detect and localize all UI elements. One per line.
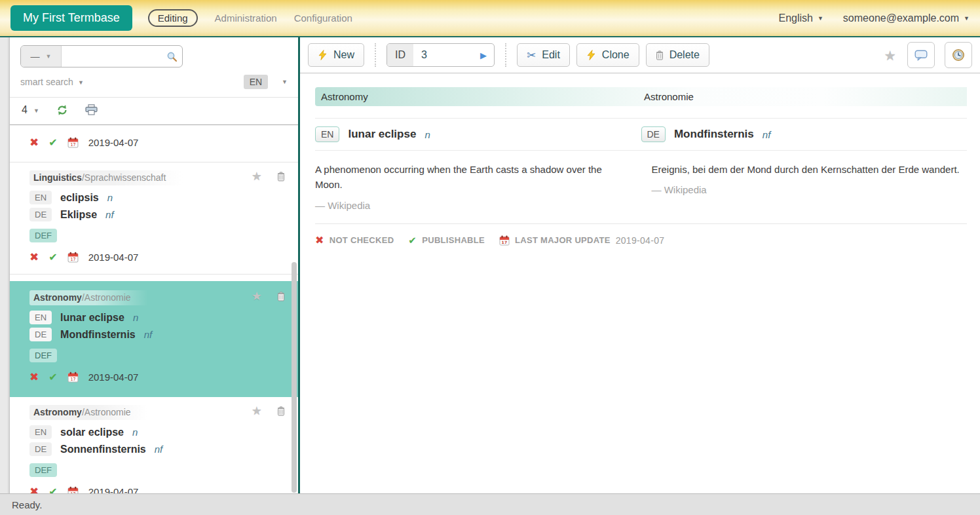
subject-secondary: /Sprachwissenschaft [82, 172, 166, 183]
lightning-icon [586, 50, 596, 60]
tab-editing[interactable]: Editing [148, 9, 198, 27]
term-text: solar eclipse [60, 427, 124, 438]
main-nav: Editing Administration Configuration [148, 9, 352, 27]
subject-primary: Astronomy [33, 292, 82, 303]
last-update-label: LAST MAJOR UPDATE [515, 235, 611, 245]
language-label: English [778, 12, 812, 24]
favorite-star-icon[interactable]: ★ [252, 405, 262, 417]
list-item-selected[interactable]: Astronomy/Astronomie ★ [10, 281, 298, 397]
go-to-id-icon[interactable]: ▶ [480, 50, 494, 60]
definition-source: — Wikipedia [652, 184, 968, 195]
new-button[interactable]: New [308, 43, 364, 67]
entry-status-line: ✖ ✔ 17 2019-04-07 [29, 137, 289, 148]
delete-button[interactable]: Delete [646, 43, 709, 67]
subject-secondary: /Astronomie [82, 407, 131, 417]
favorite-star-icon[interactable]: ★ [252, 170, 262, 182]
search-filter-dropdown[interactable]: — ▼ [21, 46, 62, 67]
status-bar: Ready. [0, 493, 980, 515]
user-menu[interactable]: someone@example.com▼ [843, 12, 970, 24]
favorite-star-icon[interactable]: ★ [252, 290, 262, 302]
svg-text:17: 17 [502, 240, 508, 244]
definition-de: Ereignis, bei dem der Mond durch den Ker… [652, 162, 968, 211]
chevron-down-icon[interactable]: ▼ [282, 79, 288, 85]
entry-date: 2019-04-07 [88, 252, 139, 263]
left-resize-gutter[interactable] [0, 37, 10, 493]
chevron-down-icon: ▼ [964, 15, 970, 22]
chevron-down-icon: ▼ [78, 79, 84, 86]
history-button[interactable] [945, 42, 972, 68]
term-text: Mondfinsternis [674, 128, 754, 141]
term-text: lunar eclipse [348, 128, 416, 141]
tab-administration[interactable]: Administration [215, 12, 277, 24]
trash-icon[interactable] [277, 172, 285, 181]
trash-icon [656, 50, 664, 60]
pos-label: n [107, 192, 113, 203]
term-section: EN lunar eclipse n DE Mondfinsternis nf [315, 118, 967, 151]
user-email-label: someone@example.com [843, 12, 959, 24]
definition-text: A phenomenon occurring when the Earth ca… [315, 162, 631, 193]
pos-label: n [424, 129, 430, 140]
definition-source: — Wikipedia [315, 200, 631, 211]
lang-badge: DE [641, 126, 666, 142]
publishable-icon: ✔ [408, 235, 417, 245]
entry-panel: New ID 3 ▶ ✂ Edit Clone [300, 37, 980, 493]
lang-badge: EN [29, 311, 52, 324]
last-update-date: 2019-04-07 [616, 235, 665, 246]
toolbar-separator [505, 43, 506, 67]
list-item[interactable]: Astronomy/Astronomie ★ [10, 397, 298, 493]
toolbar-right-icons: ★ [884, 42, 972, 68]
edit-button[interactable]: ✂ Edit [517, 43, 570, 67]
entry-content: Astronomy Astronomie EN lunar eclipse n … [300, 73, 980, 246]
delete-button-label: Delete [669, 49, 700, 61]
id-value[interactable]: 3 [413, 49, 480, 61]
search-input[interactable] [62, 46, 161, 67]
subject-left: Astronomy [321, 91, 644, 102]
not-checked-icon: ✖ [29, 372, 39, 383]
clone-button-label: Clone [602, 49, 630, 61]
tab-configuration[interactable]: Configuration [294, 12, 352, 24]
search-language-badge[interactable]: EN [244, 75, 268, 89]
sidebar-scrollbar[interactable] [292, 262, 297, 493]
pos-label: n [133, 312, 138, 323]
definition-badge: DEF [29, 349, 57, 362]
search-sidebar: — ▼ smart search▼ EN ▼ [10, 37, 300, 493]
favorite-star-icon[interactable]: ★ [884, 48, 896, 62]
comments-button[interactable] [907, 42, 935, 68]
publishable-icon: ✔ [48, 372, 57, 383]
lang-badge: EN [315, 126, 339, 142]
top-header: My First Termbase Editing Administration… [0, 0, 980, 37]
lang-badge: DE [29, 208, 52, 221]
svg-text:17: 17 [70, 142, 75, 147]
term-cell-de: DE Mondfinsternis nf [641, 126, 968, 142]
search-area: — ▼ smart search▼ EN ▼ [10, 37, 298, 97]
print-icon[interactable] [85, 104, 97, 116]
trash-icon[interactable] [277, 406, 285, 416]
list-item[interactable]: Linguistics/Sprachwissenschaft ★ [10, 162, 298, 275]
definition-badge: DEF [29, 229, 57, 242]
language-selector[interactable]: English▼ [778, 12, 823, 24]
edit-button-label: Edit [542, 49, 560, 61]
lightning-icon [318, 50, 328, 60]
search-box: — ▼ [20, 45, 183, 67]
publishable-label: PUBLISHABLE [422, 235, 485, 245]
not-checked-icon: ✖ [29, 252, 39, 263]
refresh-icon[interactable] [56, 104, 68, 116]
entry-status-line: ✖ ✔ 17 2019-04-07 [29, 252, 289, 263]
trash-icon[interactable] [277, 292, 285, 301]
term-text: Sonnenfinsternis [60, 444, 146, 455]
clone-button[interactable]: Clone [576, 43, 639, 67]
result-count-dropdown[interactable]: 4▼ [22, 104, 39, 116]
toolbar-separator [375, 43, 376, 67]
termbase-title-button[interactable]: My First Termbase [10, 5, 132, 31]
id-label: ID [387, 44, 413, 66]
comment-bubble-icon [914, 50, 928, 61]
definition-text: Ereignis, bei dem der Mond durch den Ker… [652, 162, 968, 177]
search-icon[interactable] [161, 51, 182, 62]
pos-label: nf [155, 444, 163, 455]
list-item[interactable]: ✖ ✔ 17 2019-04-07 [10, 125, 298, 162]
subject-right: Astronomie [644, 91, 967, 102]
calendar-icon: 17 [67, 137, 79, 148]
smart-search-dropdown[interactable]: smart search▼ [20, 77, 84, 87]
term-text: Eklipse [60, 209, 97, 221]
svg-text:17: 17 [70, 491, 75, 493]
